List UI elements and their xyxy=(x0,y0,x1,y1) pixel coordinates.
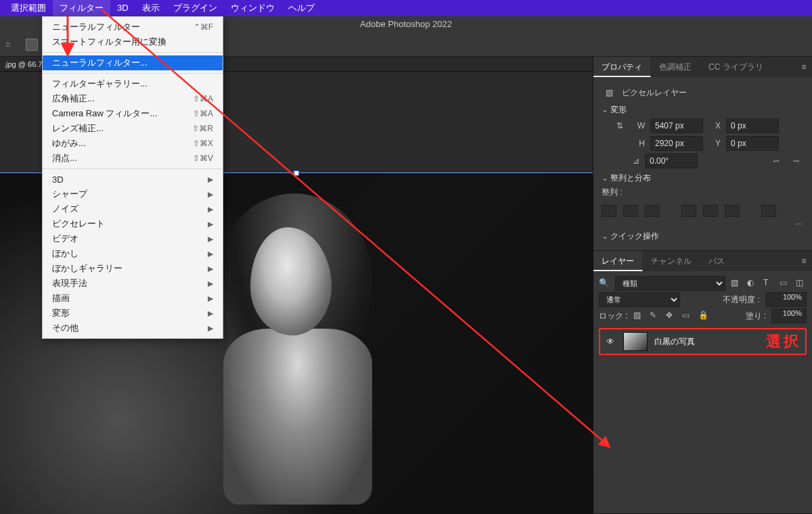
search-icon[interactable]: 🔍 xyxy=(599,278,610,289)
properties-tab[interactable]: 色調補正 xyxy=(651,57,700,77)
angle-label: ⊿ xyxy=(627,156,639,166)
panel-menu-icon[interactable]: ≡ xyxy=(796,251,812,271)
layer-kind-label: ピクセルレイヤー xyxy=(622,87,687,99)
blend-mode-select[interactable]: 通常 xyxy=(599,292,680,307)
filter-menu-item[interactable]: ゆがみ...⇧⌘X xyxy=(43,136,223,151)
visibility-toggle-icon[interactable]: 👁 xyxy=(604,337,616,346)
layers-tab[interactable]: レイヤー xyxy=(593,251,643,271)
submenu-arrow-icon: ▶ xyxy=(208,190,213,199)
submenu-arrow-icon: ▶ xyxy=(208,279,213,288)
menu-item[interactable]: ウィンドウ xyxy=(224,0,281,16)
align-left-button[interactable] xyxy=(602,205,616,217)
filter-menu-item[interactable]: スマートフィルター用に変換 xyxy=(43,34,223,49)
fill-label: 塗り : xyxy=(746,310,767,322)
y-field[interactable] xyxy=(726,136,779,151)
filter-image-icon[interactable]: ▧ xyxy=(731,278,742,289)
menu-item[interactable]: 選択範囲 xyxy=(4,0,53,16)
filter-adjust-icon[interactable]: ◐ xyxy=(747,278,758,289)
align-hcenter-button[interactable] xyxy=(623,205,638,217)
angle-field[interactable] xyxy=(645,154,698,168)
properties-tab[interactable]: CC ライブラリ xyxy=(700,57,772,77)
quick-actions-heading[interactable]: クイック操作 xyxy=(602,231,804,242)
menu-item[interactable]: フィルター xyxy=(53,0,110,16)
width-label: W xyxy=(633,121,645,131)
app-title: Adobe Photoshop 2022 xyxy=(360,19,452,29)
filter-type-icon[interactable]: T xyxy=(763,278,774,289)
pixel-layer-icon: ▧ xyxy=(602,85,616,100)
properties-tab[interactable]: プロパティ xyxy=(593,57,651,77)
lock-brush-icon[interactable]: ✎ xyxy=(650,310,660,321)
home-icon[interactable]: ⌂ xyxy=(5,39,16,50)
transform-section-heading[interactable]: 変形 xyxy=(602,104,804,116)
align-bottom-button[interactable] xyxy=(725,205,740,217)
filter-menu-item[interactable]: ぼかし▶ xyxy=(43,246,223,261)
opacity-label: 不透明度 : xyxy=(723,294,760,306)
filter-menu-dropdown: ニューラルフィルター⌃⌘Fスマートフィルター用に変換ニューラルフィルター...フ… xyxy=(42,16,223,339)
filter-menu-item[interactable]: その他▶ xyxy=(43,321,223,335)
filter-smart-icon[interactable]: ◫ xyxy=(796,278,807,289)
filter-menu-item[interactable]: ノイズ▶ xyxy=(43,202,223,216)
layer-name[interactable]: 白黒の写真 xyxy=(654,336,759,348)
align-label: 整列 : xyxy=(602,187,623,198)
filter-menu-item[interactable]: Camera Raw フィルター...⇧⌘A xyxy=(43,106,223,121)
align-buttons-row xyxy=(602,201,804,217)
align-more-button[interactable]: … xyxy=(602,217,804,227)
layers-tab[interactable]: パス xyxy=(700,251,734,271)
align-top-button[interactable] xyxy=(681,205,696,217)
transform-handle-top[interactable] xyxy=(294,170,299,176)
filter-menu-item[interactable]: ぼかしギャラリー▶ xyxy=(43,261,223,276)
distribute-button[interactable] xyxy=(761,205,776,217)
filter-menu-item[interactable]: フィルターギャラリー... xyxy=(43,76,223,91)
submenu-arrow-icon: ▶ xyxy=(208,294,213,303)
submenu-arrow-icon: ▶ xyxy=(208,175,213,184)
filter-menu-item[interactable]: 表現手法▶ xyxy=(43,276,223,291)
x-label: X xyxy=(708,121,721,131)
filter-menu-item[interactable]: ピクセレート▶ xyxy=(43,216,223,231)
align-vcenter-button[interactable] xyxy=(703,205,718,217)
panel-menu-icon[interactable]: ≡ xyxy=(796,57,812,77)
menu-item[interactable]: ヘルプ xyxy=(281,0,321,16)
submenu-arrow-icon: ▶ xyxy=(208,264,213,273)
link-wh-icon[interactable]: ⇅ xyxy=(612,118,627,133)
tool-preset-swatch[interactable] xyxy=(26,39,38,51)
align-section-heading[interactable]: 整列と分布 xyxy=(602,172,804,184)
y-label: Y xyxy=(708,139,721,148)
menu-item[interactable]: 表示 xyxy=(135,0,166,16)
filter-menu-item[interactable]: 3D▶ xyxy=(43,172,223,187)
align-right-button[interactable] xyxy=(645,205,660,217)
layers-tab[interactable]: チャンネル xyxy=(643,251,700,271)
opacity-value[interactable]: 100% xyxy=(765,292,807,307)
lock-move-icon[interactable]: ✥ xyxy=(666,310,677,321)
layer-filter-kind[interactable]: 種類 xyxy=(615,276,725,291)
right-panel-column: プロパティ色調補正CC ライブラリ≡ ▧ ピクセルレイヤー 変形 ⇅ W X H… xyxy=(593,57,812,514)
properties-tabs: プロパティ色調補正CC ライブラリ≡ xyxy=(593,57,812,77)
filter-menu-item[interactable]: 描画▶ xyxy=(43,291,223,306)
menu-item[interactable]: プラグイン xyxy=(166,0,224,16)
menubar: 選択範囲フィルター3D表示プラグインウィンドウヘルプ xyxy=(0,0,812,16)
filter-menu-item[interactable]: 消点...⇧⌘V xyxy=(43,151,223,166)
layer-item-selected[interactable]: 👁 白黒の写真 選択 xyxy=(599,328,807,355)
fill-value[interactable]: 100% xyxy=(771,308,807,323)
lock-transparent-icon[interactable]: ▨ xyxy=(633,310,644,321)
flip-vertical-icon[interactable]: ⥊ xyxy=(789,154,804,168)
filter-menu-item[interactable]: レンズ補正...⇧⌘R xyxy=(43,121,223,136)
lock-all-icon[interactable]: 🔒 xyxy=(698,310,709,321)
filter-menu-item[interactable]: 変形▶ xyxy=(43,306,223,321)
filter-menu-item[interactable]: ニューラルフィルター... xyxy=(43,55,223,70)
filter-menu-item[interactable]: ニューラルフィルター⌃⌘F xyxy=(43,20,223,34)
submenu-arrow-icon: ▶ xyxy=(208,324,213,333)
width-field[interactable] xyxy=(650,118,703,133)
layers-panel: レイヤーチャンネルパス≡ 🔍 種類 ▧ ◐ T ▭ ◫ 通常 不透明度 : 1 xyxy=(593,251,812,514)
filter-menu-item[interactable]: シャープ▶ xyxy=(43,187,223,202)
height-field[interactable] xyxy=(650,136,703,151)
lock-artboard-icon[interactable]: ▭ xyxy=(682,310,693,321)
filter-menu-item[interactable]: 広角補正...⇧⌘A xyxy=(43,91,223,106)
submenu-arrow-icon: ▶ xyxy=(208,205,213,214)
document-tab[interactable]: .jpg @ 66.7 xyxy=(4,60,42,68)
filter-menu-item[interactable]: ビデオ▶ xyxy=(43,231,223,246)
x-field[interactable] xyxy=(726,118,779,133)
filter-shape-icon[interactable]: ▭ xyxy=(780,278,790,289)
layer-thumbnail[interactable] xyxy=(623,332,648,351)
flip-horizontal-icon[interactable]: ⥋ xyxy=(769,154,784,168)
menu-item[interactable]: 3D xyxy=(110,0,135,16)
